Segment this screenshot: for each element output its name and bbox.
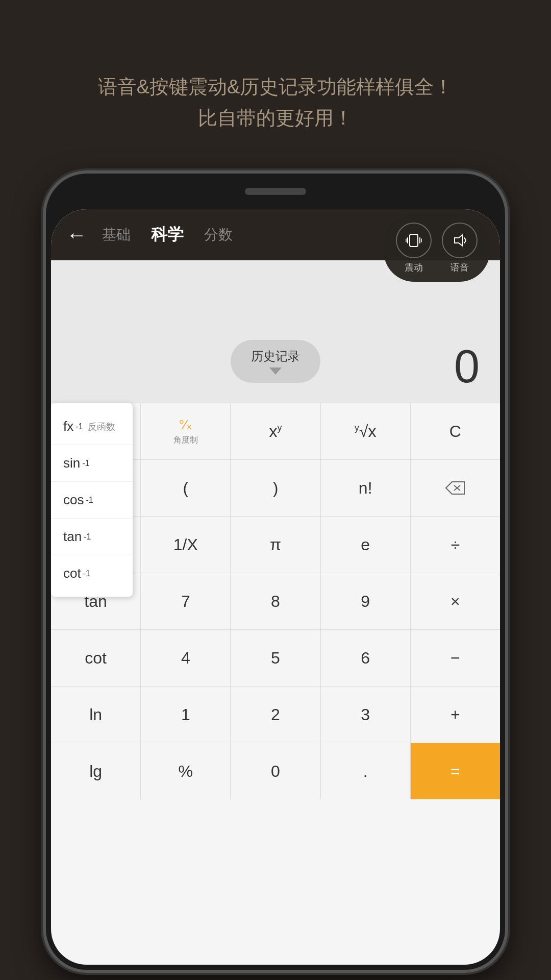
key-pi[interactable]: π <box>231 517 320 573</box>
inverse-cos-item[interactable]: cos-1 <box>51 482 133 519</box>
promo-text: 语音&按键震动&历史记录功能样样俱全！ 比自带的更好用！ <box>0 0 551 164</box>
top-bar: ← 基础 科学 分数 <box>51 209 500 260</box>
key-multiply[interactable]: × <box>411 573 500 629</box>
phone-speaker <box>245 188 306 195</box>
inverse-popup: fx-1 反函数 sin-1 cos-1 tan-1 <box>51 403 133 597</box>
history-button[interactable]: 历史记录 <box>231 340 320 383</box>
keyboard-row-5: ln 1 2 3 + <box>51 687 500 743</box>
key-open-paren[interactable]: ( <box>141 460 231 516</box>
vibrate-label: 震动 <box>405 261 423 274</box>
key-lg[interactable]: lg <box>51 743 141 799</box>
key-reciprocal[interactable]: 1/X <box>141 517 231 573</box>
key-9[interactable]: 9 <box>321 573 411 629</box>
keyboard-wrapper: fx-1 反函数 sin-1 cos-1 tan-1 <box>51 403 500 965</box>
back-button[interactable]: ← <box>66 224 87 247</box>
inverse-cot-item[interactable]: cot-1 <box>51 555 133 592</box>
phone-screen: ← 基础 科学 分数 <box>51 209 500 965</box>
display-value: 0 <box>454 340 480 393</box>
svg-rect-0 <box>410 234 418 247</box>
key-close-paren[interactable]: ) <box>231 460 320 516</box>
key-angle[interactable]: °∕ₓ 角度制 <box>141 403 231 459</box>
inverse-fx-item[interactable]: fx-1 反函数 <box>51 408 133 445</box>
vibrate-icon <box>396 223 432 258</box>
svg-marker-5 <box>455 235 463 246</box>
promo-line2: 比自带的更好用！ <box>41 103 510 134</box>
key-cot[interactable]: cot <box>51 630 141 686</box>
key-e[interactable]: e <box>321 517 411 573</box>
inverse-tan-item[interactable]: tan-1 <box>51 519 133 555</box>
key-percent[interactable]: % <box>141 743 231 799</box>
key-clear[interactable]: C <box>411 403 500 459</box>
key-0[interactable]: 0 <box>231 743 320 799</box>
key-4[interactable]: 4 <box>141 630 231 686</box>
keyboard-row-6: lg % 0 . = <box>51 743 500 799</box>
keyboard-row-4: cot 4 5 6 − <box>51 630 500 687</box>
tab-science[interactable]: 科学 <box>151 224 184 246</box>
vibrate-button[interactable]: 震动 <box>396 223 432 274</box>
floating-menu: 震动 语音 <box>384 214 490 282</box>
key-5[interactable]: 5 <box>231 630 320 686</box>
history-arrow-icon <box>269 368 282 375</box>
key-decimal[interactable]: . <box>321 743 411 799</box>
nav-tabs: 基础 科学 分数 <box>102 224 233 246</box>
key-8[interactable]: 8 <box>231 573 320 629</box>
key-divide[interactable]: ÷ <box>411 517 500 573</box>
promo-line1: 语音&按键震动&历史记录功能样样俱全！ <box>41 71 510 103</box>
key-delete[interactable] <box>411 460 500 516</box>
key-2[interactable]: 2 <box>231 687 320 743</box>
key-subtract[interactable]: − <box>411 630 500 686</box>
key-factorial[interactable]: n! <box>321 460 411 516</box>
key-root[interactable]: y√x <box>321 403 411 459</box>
key-6[interactable]: 6 <box>321 630 411 686</box>
inverse-sin-item[interactable]: sin-1 <box>51 445 133 482</box>
key-ln[interactable]: ln <box>51 687 141 743</box>
voice-icon <box>442 223 478 258</box>
key-power[interactable]: xy <box>231 403 320 459</box>
tab-fraction[interactable]: 分数 <box>204 225 233 244</box>
key-add[interactable]: + <box>411 687 500 743</box>
phone-frame: ← 基础 科学 分数 <box>46 174 505 970</box>
key-7[interactable]: 7 <box>141 573 231 629</box>
voice-label: 语音 <box>450 261 469 274</box>
tab-basic[interactable]: 基础 <box>102 225 131 244</box>
display-area: 历史记录 0 <box>51 260 500 403</box>
background: 语音&按键震动&历史记录功能样样俱全！ 比自带的更好用！ ← 基础 科学 分数 <box>0 0 551 164</box>
voice-button[interactable]: 语音 <box>442 223 478 274</box>
key-1[interactable]: 1 <box>141 687 231 743</box>
key-3[interactable]: 3 <box>321 687 411 743</box>
key-equals[interactable]: = <box>411 743 500 799</box>
